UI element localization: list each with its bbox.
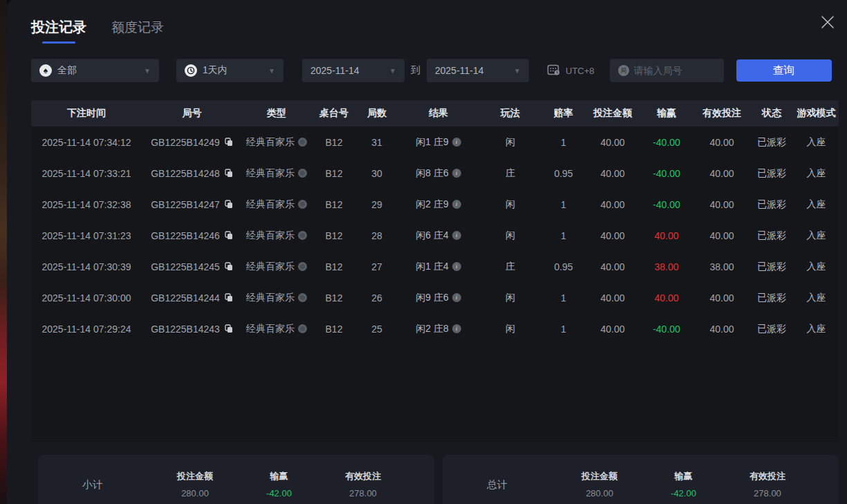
timezone-display[interactable]: UTC+8 bbox=[547, 64, 595, 78]
total-winloss: 输赢 -42.00 bbox=[671, 470, 696, 499]
close-icon[interactable] bbox=[819, 14, 836, 30]
table-body: 2025-11-14 07:34:12GB1225B14249经典百家乐B123… bbox=[31, 127, 839, 442]
cell-round: GB1225B14243 bbox=[142, 313, 242, 344]
cell-type: 经典百家乐 bbox=[242, 220, 311, 251]
cell-winloss: 38.00 bbox=[639, 251, 694, 282]
copy-icon[interactable] bbox=[225, 200, 233, 209]
subtotal-bet-amount: 投注金额 280.00 bbox=[177, 470, 213, 499]
replay-icon[interactable] bbox=[298, 169, 307, 178]
query-button[interactable]: 查询 bbox=[736, 59, 832, 82]
table-row: 2025-11-14 07:30:39GB1225B14245经典百家乐B122… bbox=[31, 251, 839, 282]
cell-winloss: -40.00 bbox=[639, 127, 694, 158]
cell-odds: 1 bbox=[541, 127, 586, 158]
copy-icon[interactable] bbox=[225, 138, 233, 147]
date-from-picker[interactable]: 2025-11-14 ▼ bbox=[302, 59, 404, 82]
cell-mode: 入座 bbox=[794, 127, 839, 158]
cell-round: GB1225B14245 bbox=[142, 251, 242, 282]
column-header-status: 状态 bbox=[750, 100, 794, 127]
tab-betting-records[interactable]: 投注记录 bbox=[31, 18, 86, 44]
date-to-picker[interactable]: 2025-11-14 ▼ bbox=[427, 59, 529, 82]
cell-count: 26 bbox=[357, 282, 397, 313]
subtotal-winloss: 输赢 -42.00 bbox=[266, 470, 292, 499]
background-strip bbox=[0, 0, 7, 504]
replay-icon[interactable] bbox=[298, 138, 307, 147]
info-icon[interactable]: i bbox=[452, 138, 461, 147]
game-type-value: 全部 bbox=[57, 64, 77, 77]
replay-icon[interactable] bbox=[298, 324, 307, 333]
game-type-select[interactable]: ♠ 全部 ▼ bbox=[31, 59, 159, 82]
time-range-select[interactable]: 1天内 ▼ bbox=[176, 59, 283, 82]
table-row: 2025-11-14 07:34:12GB1225B14249经典百家乐B123… bbox=[31, 127, 839, 158]
cell-valid: 40.00 bbox=[694, 220, 750, 251]
column-header-bet: 投注金额 bbox=[586, 100, 639, 127]
replay-icon[interactable] bbox=[298, 262, 307, 271]
column-header-valid: 有效投注 bbox=[694, 100, 750, 127]
cell-table: B12 bbox=[311, 127, 357, 158]
info-icon[interactable]: i bbox=[452, 262, 461, 271]
cell-bet: 40.00 bbox=[586, 189, 639, 220]
cell-status: 已派彩 bbox=[750, 251, 794, 282]
cell-status: 已派彩 bbox=[750, 127, 794, 158]
cell-time: 2025-11-14 07:30:00 bbox=[31, 282, 142, 313]
column-header-table: 桌台号 bbox=[311, 100, 357, 127]
cell-odds: 0.95 bbox=[541, 158, 586, 189]
cell-winloss: -40.00 bbox=[639, 158, 694, 189]
copy-icon[interactable] bbox=[225, 262, 233, 271]
cell-time: 2025-11-14 07:30:39 bbox=[31, 251, 142, 282]
round-number-input[interactable] bbox=[634, 65, 716, 76]
copy-icon[interactable] bbox=[225, 293, 233, 302]
cell-table: B12 bbox=[311, 251, 357, 282]
info-icon[interactable]: i bbox=[452, 200, 461, 209]
cell-winloss: -40.00 bbox=[639, 189, 694, 220]
info-icon[interactable]: i bbox=[452, 324, 461, 333]
cell-table: B12 bbox=[311, 158, 357, 189]
tab-bar: 投注记录 额度记录 bbox=[7, 0, 847, 44]
cell-count: 27 bbox=[357, 251, 397, 282]
cell-status: 已派彩 bbox=[750, 189, 794, 220]
replay-icon[interactable] bbox=[298, 231, 307, 240]
calendar-clock-icon bbox=[547, 64, 561, 78]
cell-table: B12 bbox=[311, 313, 357, 344]
time-range-value: 1天内 bbox=[203, 64, 227, 77]
cell-play: 闲 bbox=[480, 282, 541, 313]
cell-play: 闲 bbox=[480, 127, 541, 158]
total-panel: 总计 投注金额 280.00 输赢 -42.00 有效投注 278.00 bbox=[443, 455, 839, 504]
cell-round: GB1225B14248 bbox=[142, 158, 242, 189]
cell-valid: 38.00 bbox=[694, 251, 750, 282]
cell-count: 30 bbox=[357, 158, 397, 189]
table-row: 2025-11-14 07:29:24GB1225B14243经典百家乐B122… bbox=[31, 313, 839, 344]
cell-odds: 1 bbox=[541, 220, 586, 251]
column-header-count: 局数 bbox=[357, 100, 397, 127]
info-icon[interactable]: i bbox=[452, 169, 461, 178]
replay-icon[interactable] bbox=[298, 200, 307, 209]
cell-valid: 40.00 bbox=[694, 189, 750, 220]
cell-count: 31 bbox=[357, 127, 397, 158]
cell-count: 29 bbox=[357, 189, 397, 220]
cell-result: 闲1 庄4i bbox=[397, 251, 480, 282]
cell-bet: 40.00 bbox=[586, 158, 639, 189]
records-table: 下注时间局号类型桌台号局数结果玩法赔率投注金额输赢有效投注状态游戏模式 2025… bbox=[31, 100, 839, 442]
info-icon[interactable]: i bbox=[452, 231, 461, 240]
clock-icon bbox=[185, 64, 197, 77]
tab-quota-records[interactable]: 额度记录 bbox=[111, 19, 164, 44]
cell-table: B12 bbox=[311, 189, 357, 220]
copy-icon[interactable] bbox=[225, 169, 233, 178]
column-header-winloss: 输赢 bbox=[639, 100, 694, 127]
cell-result: 闲8 庄6i bbox=[397, 158, 480, 189]
copy-icon[interactable] bbox=[225, 231, 233, 240]
column-header-mode: 游戏模式 bbox=[794, 100, 839, 127]
cell-valid: 40.00 bbox=[694, 313, 750, 344]
replay-icon[interactable] bbox=[298, 293, 307, 302]
table-row: 2025-11-14 07:30:00GB1225B14244经典百家乐B122… bbox=[31, 282, 839, 313]
column-header-round: 局号 bbox=[142, 100, 242, 127]
info-icon[interactable]: i bbox=[452, 293, 461, 302]
date-from-value: 2025-11-14 bbox=[310, 65, 360, 76]
cell-bet: 40.00 bbox=[586, 282, 639, 313]
cell-play: 庄 bbox=[480, 251, 541, 282]
cell-bet: 40.00 bbox=[586, 313, 639, 344]
cell-winloss: 40.00 bbox=[639, 220, 694, 251]
cell-play: 庄 bbox=[480, 158, 541, 189]
copy-icon[interactable] bbox=[225, 324, 233, 333]
column-header-play: 玩法 bbox=[480, 100, 541, 127]
date-to-value: 2025-11-14 bbox=[435, 65, 484, 76]
